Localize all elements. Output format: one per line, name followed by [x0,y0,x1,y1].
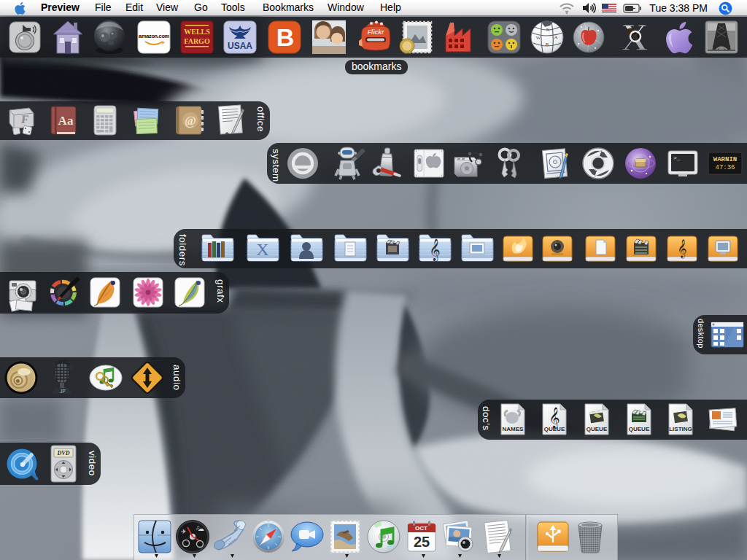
svg-text:Flickr: Flickr [368,28,384,36]
svg-text:QUEUE: QUEUE [544,426,565,432]
svg-text:FARGO: FARGO [184,37,210,45]
svg-text:W: W [536,35,541,41]
svg-text:𝄞: 𝄞 [429,238,440,262]
svg-text:B: B [276,23,295,51]
svg-text:OCT: OCT [415,525,427,532]
svg-text:Aa: Aa [58,114,74,128]
svg-text:QUEUE: QUEUE [629,426,650,432]
svg-text:JP: JP [60,389,66,394]
svg-text:X: X [256,240,268,259]
svg-text:QUEUE: QUEUE [587,426,608,432]
svg-text:47:36: 47:36 [715,164,735,171]
svg-text:𝄞: 𝄞 [677,239,686,259]
svg-text:N: N [546,27,549,33]
svg-text:✈: ✈ [181,528,187,535]
svg-text:DVD: DVD [57,450,70,456]
svg-text:R: R [546,42,549,47]
svg-text:LISTING: LISTING [669,426,692,432]
svg-text:@: @ [185,114,196,128]
svg-text:A: A [554,34,557,40]
svg-text:25: 25 [414,534,430,550]
svg-text:USAA: USAA [228,41,252,51]
svg-text:NAMES: NAMES [503,426,525,432]
svg-text:WARNIN: WARNIN [713,156,737,163]
svg-text:amazon.com: amazon.com [139,33,169,39]
svg-text:♫: ♫ [196,524,200,531]
svg-text:WELLS: WELLS [184,28,210,36]
svg-text:>_: >_ [673,155,681,161]
